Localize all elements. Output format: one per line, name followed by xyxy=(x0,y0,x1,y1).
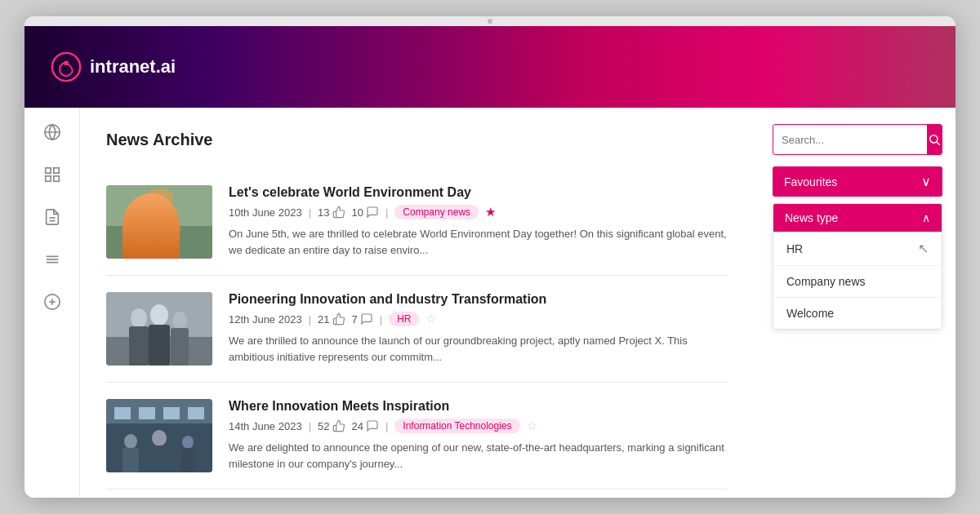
svg-rect-33 xyxy=(114,407,131,419)
top-notch-dot xyxy=(488,19,492,24)
svg-point-20 xyxy=(145,188,173,208)
svg-point-41 xyxy=(182,436,194,449)
logo-area: intranet.ai xyxy=(51,51,176,82)
news-body-1: Let's celebrate World Environment Day 10… xyxy=(229,185,727,259)
news-body-3: Where Innovation Meets Inspiration 14th … xyxy=(229,399,727,472)
news-excerpt-3: We are delighted to announce the opening… xyxy=(229,440,727,472)
svg-rect-34 xyxy=(139,407,155,419)
svg-line-44 xyxy=(937,142,940,145)
svg-rect-40 xyxy=(150,445,168,472)
like-icon-2 xyxy=(332,312,345,326)
news-type-filter-button[interactable]: News type ∧ xyxy=(773,204,942,232)
news-likes-1: 13 xyxy=(318,206,345,219)
news-excerpt-1: On June 5th, we are thrilled to celebrat… xyxy=(229,226,727,258)
dropdown-item-welcome[interactable]: Welcome xyxy=(773,298,942,329)
news-thumbnail-1 xyxy=(106,185,212,259)
svg-point-22 xyxy=(165,224,181,234)
comment-icon-2 xyxy=(360,312,373,326)
favourites-filter-button[interactable]: Favourites ∨ xyxy=(773,166,942,197)
news-title-3[interactable]: Where Innovation Meets Inspiration xyxy=(229,399,727,414)
news-thumbnail-3 xyxy=(106,399,212,472)
news-likes-3: 52 xyxy=(318,419,345,432)
page-title: News Archive xyxy=(106,131,733,149)
news-meta-2: 12th June 2023 | 21 7 | HR xyxy=(229,312,727,326)
svg-point-29 xyxy=(172,312,187,330)
device-frame: intranet.ai xyxy=(24,16,956,498)
svg-rect-4 xyxy=(45,168,50,173)
svg-rect-35 xyxy=(163,407,180,419)
svg-rect-38 xyxy=(122,448,139,472)
svg-point-1 xyxy=(64,60,69,65)
news-comments-1: 10 xyxy=(352,206,379,219)
news-body-2: Pioneering Innovation and Industry Trans… xyxy=(229,292,727,366)
main-layout: News Archive xyxy=(24,108,956,498)
star-icon-2[interactable]: ☆ xyxy=(425,312,436,326)
svg-point-43 xyxy=(930,135,938,143)
svg-rect-26 xyxy=(129,326,149,366)
comment-icon-3 xyxy=(366,419,379,432)
svg-rect-17 xyxy=(106,226,212,259)
svg-point-27 xyxy=(150,304,168,326)
right-panel: Favourites ∨ News type ∧ HR ↖ Company ne… xyxy=(760,108,956,498)
news-tag-2[interactable]: HR xyxy=(389,312,419,326)
news-list: Let's celebrate World Environment Day 10… xyxy=(106,169,733,490)
news-meta-1: 10th June 2023 | 13 10 | Company xyxy=(229,205,727,219)
news-item-3: Where Innovation Meets Inspiration 14th … xyxy=(106,383,727,490)
svg-rect-19 xyxy=(143,223,176,259)
news-date-3: 14th June 2023 xyxy=(229,420,302,432)
svg-point-37 xyxy=(124,434,137,449)
news-item: Let's celebrate World Environment Day 10… xyxy=(106,169,727,276)
logo-icon xyxy=(51,51,82,82)
like-icon-3 xyxy=(332,419,345,432)
sidebar-item-globe[interactable] xyxy=(41,121,64,144)
cursor-icon: ↖ xyxy=(918,241,929,256)
sidebar-item-grid[interactable] xyxy=(41,163,64,186)
search-input[interactable] xyxy=(773,127,927,153)
content-area: News Archive xyxy=(80,108,760,498)
news-title-1[interactable]: Let's celebrate World Environment Day xyxy=(229,185,727,200)
dropdown-item-hr[interactable]: HR ↖ xyxy=(773,232,942,266)
svg-rect-36 xyxy=(188,407,204,419)
header: intranet.ai xyxy=(24,26,956,108)
dropdown-list: HR ↖ Company news Welcome xyxy=(773,232,942,329)
news-thumbnail-2 xyxy=(106,292,212,366)
news-tag-1[interactable]: Company news xyxy=(394,205,479,219)
news-likes-2: 21 xyxy=(318,312,345,326)
svg-point-21 xyxy=(137,224,154,234)
news-comments-3: 24 xyxy=(352,419,379,432)
search-bar xyxy=(773,124,942,155)
star-icon-1[interactable]: ★ xyxy=(485,205,496,219)
news-excerpt-2: We are thrilled to announce the launch o… xyxy=(229,333,727,365)
svg-point-25 xyxy=(131,308,147,328)
svg-rect-7 xyxy=(53,176,58,181)
svg-rect-30 xyxy=(171,328,189,366)
logo-text: intranet.ai xyxy=(90,56,176,78)
news-meta-3: 14th June 2023 | 52 24 | Informa xyxy=(229,419,727,433)
sidebar-item-layers[interactable] xyxy=(41,248,64,271)
news-date-1: 10th June 2023 xyxy=(229,206,302,219)
news-type-dropdown: News type ∧ HR ↖ Company news Welcome xyxy=(773,203,942,330)
svg-rect-28 xyxy=(149,325,170,366)
sidebar xyxy=(24,108,80,498)
news-type-chevron-icon: ∧ xyxy=(922,211,930,224)
news-tag-3[interactable]: Information Technologies xyxy=(394,419,519,433)
dropdown-item-company-news[interactable]: Company news xyxy=(773,266,942,298)
favourites-chevron-icon: ∨ xyxy=(921,174,931,189)
search-button[interactable] xyxy=(927,125,942,154)
search-icon xyxy=(928,133,941,146)
like-icon xyxy=(332,206,345,219)
news-date-2: 12th June 2023 xyxy=(229,313,302,326)
comment-icon xyxy=(366,206,379,219)
svg-point-39 xyxy=(152,430,167,446)
news-item-2: Pioneering Innovation and Industry Trans… xyxy=(106,276,727,383)
news-title-2[interactable]: Pioneering Innovation and Industry Trans… xyxy=(229,292,727,307)
svg-rect-5 xyxy=(53,168,58,173)
top-notch xyxy=(24,16,956,26)
svg-rect-42 xyxy=(180,448,195,472)
sidebar-item-add[interactable] xyxy=(41,290,64,313)
star-icon-3[interactable]: ☆ xyxy=(527,419,537,433)
news-comments-2: 7 xyxy=(352,312,373,326)
svg-rect-6 xyxy=(45,176,50,181)
sidebar-item-document[interactable] xyxy=(41,206,64,228)
